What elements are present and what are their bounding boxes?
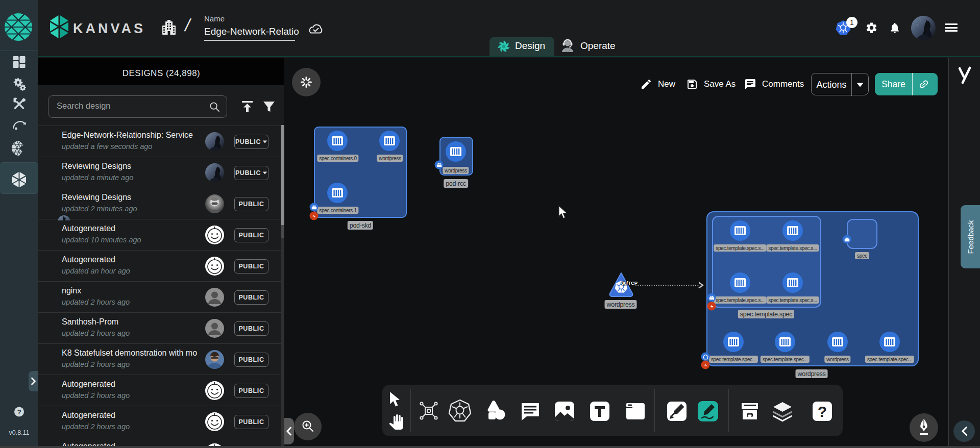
svg-text:?: ? <box>17 408 21 416</box>
svg-text:?: ? <box>818 403 827 420</box>
